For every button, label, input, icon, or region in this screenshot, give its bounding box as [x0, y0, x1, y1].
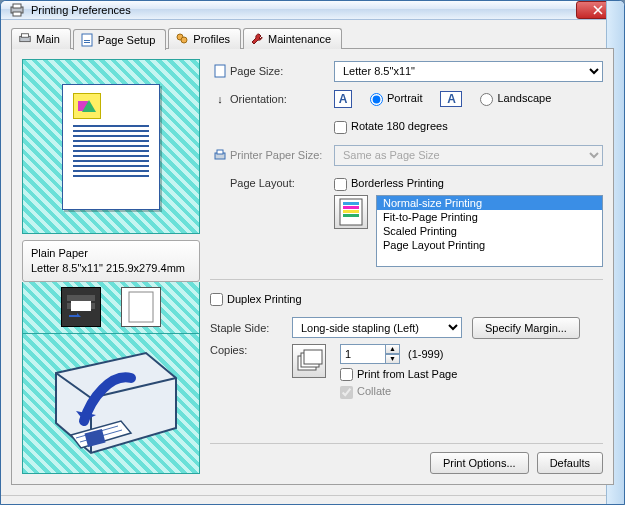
paper-info-box: Plain Paper Letter 8.5"x11" 215.9x279.4m… [22, 240, 200, 282]
copies-input[interactable] [340, 344, 386, 364]
svg-rect-22 [343, 214, 359, 217]
printer-preview [22, 334, 200, 474]
landscape-radio[interactable]: Landscape [480, 92, 551, 106]
printer-paper-size-label: Printer Paper Size: [230, 149, 334, 161]
tab-label: Main [36, 33, 60, 45]
dialog-footer: OK Cancel [1, 495, 624, 505]
copies-label: Copies: [210, 344, 292, 356]
tab-label: Maintenance [268, 33, 331, 45]
page-size-label: Page Size: [230, 65, 334, 77]
orientation-icon: ↓ [210, 93, 230, 105]
page-layout-label: Page Layout: [230, 177, 334, 189]
tab-main[interactable]: Main [11, 28, 71, 49]
list-item[interactable]: Fit-to-Page Printing [377, 210, 602, 224]
page-preview [22, 59, 200, 234]
duplex-checkbox[interactable]: Duplex Printing [210, 293, 302, 307]
portrait-icon: A [334, 90, 352, 108]
spin-down[interactable]: ▼ [385, 354, 400, 364]
svg-point-9 [181, 37, 187, 43]
landscape-icon: A [440, 91, 462, 107]
svg-rect-13 [129, 292, 153, 322]
svg-rect-1 [13, 4, 21, 8]
page-size-icon [210, 64, 230, 78]
rotate-180-checkbox[interactable]: Rotate 180 degrees [334, 120, 448, 134]
page-icon [80, 33, 94, 47]
svg-rect-6 [84, 40, 90, 41]
printer-paper-size-select: Same as Page Size [334, 145, 603, 166]
paper-dims-label: Letter 8.5"x11" 215.9x279.4mm [31, 261, 191, 276]
tab-label: Profiles [193, 33, 230, 45]
profiles-icon [175, 32, 189, 46]
tab-strip: Main Page Setup Profiles Maintenance [11, 28, 614, 49]
printer-icon [18, 32, 32, 46]
borderless-checkbox[interactable]: Borderless Printing [334, 177, 603, 191]
svg-rect-17 [217, 150, 223, 154]
staple-side-label: Staple Side: [210, 322, 292, 334]
wrench-icon [250, 32, 264, 46]
svg-rect-12 [71, 301, 91, 311]
portrait-radio[interactable]: Portrait [370, 92, 422, 106]
svg-rect-25 [304, 350, 322, 364]
printer-icon [9, 2, 25, 18]
page-setup-panel: Plain Paper Letter 8.5"x11" 215.9x279.4m… [11, 48, 614, 485]
specify-margin-button[interactable]: Specify Margin... [472, 317, 580, 339]
layout-thumb-icon [334, 195, 368, 229]
svg-rect-7 [84, 42, 90, 43]
copies-icon [292, 344, 326, 378]
printer-paper-icon [210, 148, 230, 162]
list-item[interactable]: Page Layout Printing [377, 238, 602, 252]
tab-label: Page Setup [98, 34, 156, 46]
collate-checkbox: Collate [340, 385, 457, 399]
print-last-page-checkbox[interactable]: Print from Last Page [340, 368, 457, 382]
tray-rear-icon[interactable] [61, 287, 101, 327]
defaults-button[interactable]: Defaults [537, 452, 603, 474]
svg-rect-10 [67, 295, 95, 301]
print-options-button[interactable]: Print Options... [430, 452, 529, 474]
tab-maintenance[interactable]: Maintenance [243, 28, 342, 49]
svg-rect-15 [215, 65, 225, 77]
svg-rect-20 [343, 206, 359, 209]
svg-rect-19 [343, 202, 359, 205]
tab-page-setup[interactable]: Page Setup [73, 29, 167, 50]
spin-up[interactable]: ▲ [385, 344, 400, 354]
list-item[interactable]: Normal-size Printing [377, 196, 602, 210]
orientation-label: Orientation: [230, 93, 334, 105]
tray-cassette-icon[interactable] [121, 287, 161, 327]
tab-profiles[interactable]: Profiles [168, 28, 241, 49]
paper-type-label: Plain Paper [31, 246, 191, 261]
svg-rect-2 [13, 12, 21, 16]
svg-rect-4 [22, 34, 29, 38]
copies-range-label: (1-999) [408, 348, 443, 360]
window-title: Printing Preferences [31, 4, 576, 16]
titlebar: Printing Preferences [1, 1, 624, 20]
page-layout-list[interactable]: Normal-size Printing Fit-to-Page Printin… [376, 195, 603, 267]
page-thumbnail [62, 84, 160, 210]
list-item[interactable]: Scaled Printing [377, 224, 602, 238]
tray-preview-row [22, 282, 200, 334]
printing-preferences-window: Printing Preferences Main Page Setup Pro… [0, 0, 625, 505]
svg-rect-21 [343, 210, 359, 213]
staple-side-select[interactable]: Long-side stapling (Left) [292, 317, 462, 338]
page-size-select[interactable]: Letter 8.5"x11" [334, 61, 603, 82]
copies-spinner[interactable]: ▲▼ [340, 344, 400, 364]
